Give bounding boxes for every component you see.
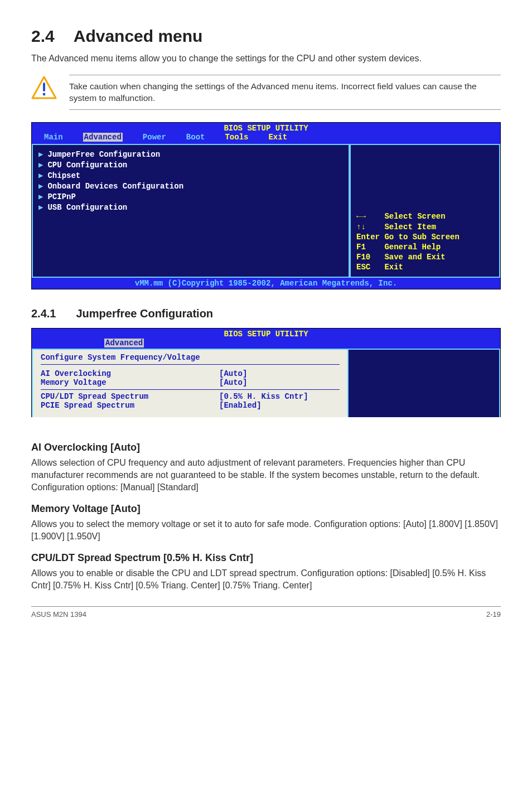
page-footer: ASUS M2N 1394 2-19 [31, 610, 501, 619]
bios-setting-value: [Auto] [219, 378, 247, 387]
bios-help-text: ←→ Select Screen ↑↓ Select Item Enter Go… [356, 211, 494, 272]
bios-setting-row: Memory Voltage [Auto] [41, 378, 340, 387]
bios-title: BIOS SETUP UTILITY [32, 328, 500, 339]
bios-menu-label: Onboard Devices Configuration [47, 181, 183, 192]
svg-rect-1 [43, 83, 45, 91]
option-title: Memory Voltage [Auto] [31, 503, 501, 515]
submenu-arrow-icon: ▶ [38, 192, 43, 202]
bios-menu-item: ▶JumperFree Configuration [38, 149, 349, 160]
bios-setting-label: Memory Voltage [41, 378, 219, 387]
bios-menu-label: PCIPnP [47, 192, 75, 202]
svg-point-2 [43, 93, 46, 95]
bios-setting-value: [Enabled] [219, 401, 262, 410]
submenu-arrow-icon: ▶ [38, 171, 43, 181]
bios-jumperfree-screenshot: BIOS SETUP UTILITY Advanced Configure Sy… [31, 328, 501, 418]
bios-setting-label: PCIE Spread Spectrum [41, 401, 219, 410]
option-title: AI Overclocking [Auto] [31, 442, 501, 453]
section-name: Advanced menu [74, 27, 203, 45]
bios-setting-label: CPU/LDT Spread Spectrum [41, 392, 219, 401]
option-title: CPU/LDT Spread Spectrum [0.5% H. Kiss Cn… [31, 552, 501, 564]
bios-setting-row: CPU/LDT Spread Spectrum [0.5% H. Kiss Cn… [41, 392, 340, 401]
submenu-arrow-icon: ▶ [38, 160, 43, 171]
bios-menu-label: USB Configuration [47, 202, 127, 213]
bios-menu-item: ▶Chipset [38, 171, 349, 181]
section-title: 2.4Advanced menu [31, 27, 501, 46]
bios-tab-tools: Tools [225, 133, 248, 142]
subsection-number: 2.4.1 [31, 307, 56, 320]
bios-help-pane [349, 349, 500, 418]
footer-rule [31, 606, 501, 607]
torn-edge-graphic [31, 417, 501, 432]
submenu-arrow-icon: ▶ [38, 149, 43, 160]
bios-menu-list: ▶JumperFree Configuration ▶CPU Configura… [32, 144, 350, 278]
bios-setting-value: [0.5% H. Kiss Cntr] [219, 392, 308, 401]
bios-settings-pane: Configure System Frequency/Voltage AI Ov… [32, 349, 349, 418]
bios-group-title: Configure System Frequency/Voltage [41, 353, 340, 365]
bios-tab-advanced: Advanced [104, 339, 144, 347]
bios-tab-power: Power [143, 133, 166, 142]
bios-setting-row: AI Overclocking [Auto] [41, 369, 340, 378]
bios-tab-exit: Exit [268, 133, 287, 142]
bios-menu-item: ▶USB Configuration [38, 202, 349, 213]
bios-tab-main: Main [44, 133, 63, 142]
bios-divider [41, 389, 340, 390]
bios-tab-bar: Advanced [32, 339, 500, 349]
bios-menu-item: ▶PCIPnP [38, 192, 349, 202]
footer-page-number: 2-19 [486, 610, 501, 619]
submenu-arrow-icon: ▶ [38, 202, 43, 213]
caution-callout: Take caution when changing the settings … [31, 75, 501, 110]
section-number: 2.4 [31, 27, 55, 45]
bios-help-pane: ←→ Select Screen ↑↓ Select Item Enter Go… [350, 144, 500, 278]
bios-menu-item: ▶Onboard Devices Configuration [38, 181, 349, 192]
bios-tab-bar: Main Advanced Power Boot Tools Exit [32, 133, 500, 144]
bios-advanced-menu-screenshot: BIOS SETUP UTILITY Main Advanced Power B… [31, 122, 501, 289]
subsection-title: 2.4.1Jumperfree Configuration [31, 307, 501, 320]
option-description: Allows you to select the memory voltage … [31, 518, 501, 542]
bios-menu-label: CPU Configuration [47, 160, 127, 171]
bios-title: BIOS SETUP UTILITY [32, 123, 500, 133]
subsection-name: Jumperfree Configuration [76, 307, 213, 320]
option-description: Allows you to enable or disable the CPU … [31, 567, 501, 591]
bios-setting-row: PCIE Spread Spectrum [Enabled] [41, 401, 340, 410]
bios-setting-value: [Auto] [219, 369, 247, 378]
bios-tab-advanced: Advanced [83, 133, 123, 142]
bios-tab-boot: Boot [186, 133, 205, 142]
intro-paragraph: The Advanced menu items allow you to cha… [31, 52, 501, 65]
submenu-arrow-icon: ▶ [38, 181, 43, 192]
bios-menu-label: Chipset [47, 171, 80, 181]
bios-menu-label: JumperFree Configuration [47, 149, 160, 160]
caution-text: Take caution when changing the settings … [69, 75, 501, 110]
caution-icon [31, 76, 57, 102]
footer-product: ASUS M2N 1394 [31, 610, 86, 619]
bios-menu-item: ▶CPU Configuration [38, 160, 349, 171]
option-description: Allows selection of CPU frequency and au… [31, 457, 501, 493]
bios-setting-label: AI Overclocking [41, 369, 219, 378]
bios-copyright: vMM.mm (C)Copyright 1985-2002, American … [32, 278, 500, 289]
